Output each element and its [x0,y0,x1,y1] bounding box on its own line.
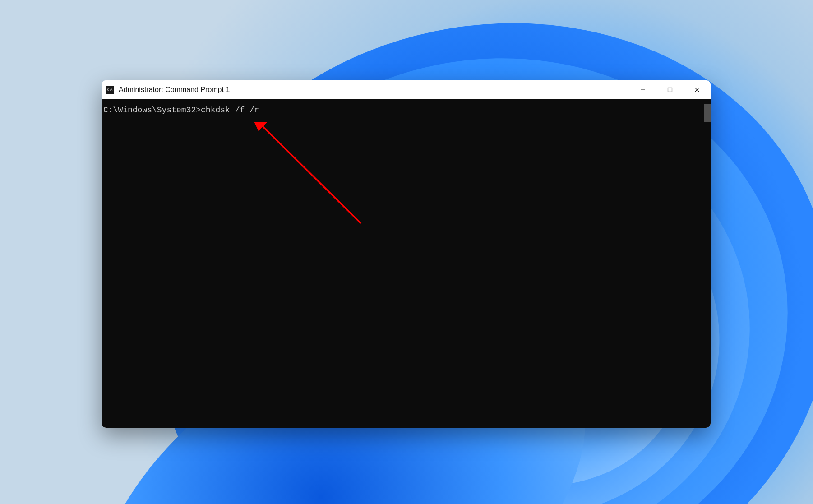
window-title: Administrator: Command Prompt 1 [119,86,629,94]
terminal-scrollbar[interactable] [704,104,711,122]
svg-rect-1 [668,88,672,92]
close-icon [694,87,700,92]
close-button[interactable] [684,80,711,99]
terminal-line: C:\Windows\System32>chkdsk /f /r [102,105,711,116]
terminal-command: chkdsk /f /r [201,106,259,115]
window-titlebar[interactable]: Administrator: Command Prompt 1 [102,80,711,99]
terminal-body[interactable]: C:\Windows\System32>chkdsk /f /r [102,99,711,428]
minimize-button[interactable] [629,80,656,99]
terminal-prompt: C:\Windows\System32> [103,106,201,115]
maximize-button[interactable] [656,80,684,99]
maximize-icon [667,87,673,92]
command-prompt-window: Administrator: Command Prompt 1 C:\Windo… [102,80,711,428]
command-prompt-icon [106,86,114,94]
minimize-icon [640,87,646,92]
window-controls [629,80,711,99]
